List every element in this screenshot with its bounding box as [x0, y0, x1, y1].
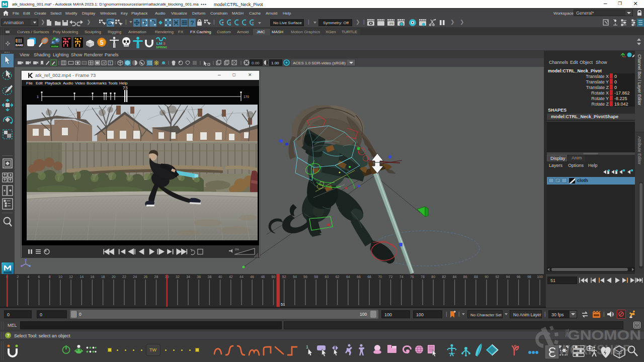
svg-text:82: 82: [442, 275, 446, 279]
svg-text:170: 170: [244, 95, 249, 99]
svg-text:?: ?: [190, 20, 194, 27]
svg-text:84: 84: [453, 275, 457, 279]
svg-text:51: 51: [281, 302, 285, 307]
svg-text:68: 68: [367, 275, 371, 279]
svg-text:46: 46: [250, 275, 254, 279]
svg-text:28: 28: [154, 275, 158, 279]
svg-text:64: 64: [346, 275, 350, 279]
svg-text:70: 70: [378, 275, 382, 279]
svg-text:T: T: [109, 61, 112, 65]
svg-text::: :: [245, 21, 246, 24]
svg-text:24: 24: [133, 275, 137, 279]
svg-text:48: 48: [261, 275, 265, 279]
svg-text:8: 8: [49, 275, 51, 279]
svg-text:22: 22: [122, 275, 126, 279]
svg-text:5: 5: [100, 39, 104, 46]
svg-text:iPR: iPR: [389, 22, 393, 25]
svg-text:78: 78: [421, 275, 425, 279]
svg-text:SPRING: SPRING: [156, 46, 167, 49]
svg-text:LM: LM: [156, 41, 163, 46]
svg-text:6: 6: [38, 275, 40, 279]
svg-text:86: 86: [463, 275, 467, 279]
svg-text:26: 26: [143, 275, 147, 279]
svg-text:54: 54: [293, 275, 297, 279]
svg-text:76: 76: [410, 275, 414, 279]
svg-text:74: 74: [399, 275, 404, 279]
svg-text:14: 14: [79, 275, 84, 279]
svg-text:94: 94: [506, 275, 510, 279]
svg-text:20: 20: [112, 275, 116, 279]
svg-text:88: 88: [474, 275, 478, 279]
svg-text:96: 96: [517, 275, 521, 279]
svg-text:100: 100: [537, 275, 543, 279]
svg-text:.: .: [237, 21, 238, 24]
svg-text:18: 18: [101, 275, 105, 279]
svg-text:noise: noise: [51, 45, 58, 48]
svg-text:52: 52: [282, 275, 286, 279]
svg-text:90: 90: [485, 275, 489, 279]
svg-text:4: 4: [27, 275, 29, 279]
svg-text:32: 32: [176, 275, 180, 279]
svg-text:c: c: [229, 21, 231, 24]
svg-text:12: 12: [69, 275, 73, 279]
svg-text:72: 72: [389, 275, 393, 279]
svg-text:44: 44: [239, 275, 244, 279]
svg-text:10: 10: [58, 275, 62, 279]
svg-text:66: 66: [357, 275, 361, 279]
svg-text:v: v: [252, 21, 254, 24]
svg-text:40: 40: [218, 275, 222, 279]
svg-text:3: 3: [163, 41, 166, 46]
svg-text:16: 16: [91, 275, 95, 279]
svg-text:1: 1: [306, 344, 308, 349]
svg-text:92: 92: [495, 275, 499, 279]
svg-text:42: 42: [229, 275, 233, 279]
svg-text:56: 56: [303, 275, 307, 279]
svg-text:62: 62: [336, 275, 340, 279]
svg-text:80: 80: [431, 275, 435, 279]
svg-text:98: 98: [527, 275, 531, 279]
svg-text:50: 50: [272, 275, 276, 279]
svg-text:2: 2: [17, 275, 19, 279]
svg-text:#: #: [222, 21, 224, 24]
svg-text:BAKE: BAKE: [16, 44, 24, 47]
svg-text:38: 38: [208, 275, 212, 279]
svg-text:73: 73: [123, 86, 128, 90]
svg-text:0%: 0%: [235, 248, 239, 251]
svg-text:1: 1: [37, 95, 39, 99]
svg-text:+: +: [30, 60, 31, 63]
svg-text:60: 60: [325, 275, 329, 279]
svg-text:36: 36: [197, 275, 201, 279]
svg-text:34: 34: [186, 275, 190, 279]
svg-text:58: 58: [314, 275, 318, 279]
